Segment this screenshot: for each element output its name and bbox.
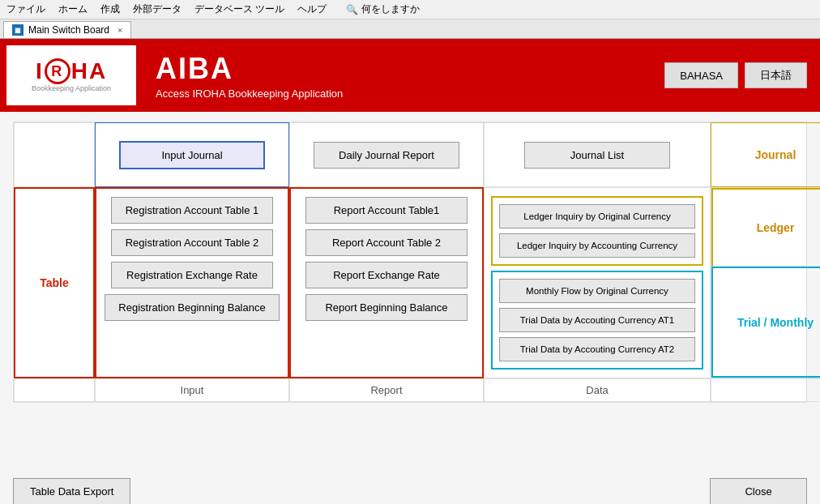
empty-bottom-right (711, 378, 820, 402)
logo-ha: HA (71, 58, 107, 84)
daily-journal-report-button[interactable]: Daily Journal Report (314, 142, 459, 169)
logo-i: I (36, 58, 44, 84)
ledger-original-currency-button[interactable]: Ledger Inquiry by Original Currency (499, 204, 695, 229)
logo-area: I R HA Bookkeeping Application (6, 45, 136, 105)
journal-section-label: Journal (755, 148, 797, 161)
menu-help[interactable]: ヘルプ (297, 2, 327, 16)
reg-account-table-1-button[interactable]: Registration Account Table 1 (111, 197, 273, 224)
app-subtitle: Access IROHA Bookkeeping Application (156, 88, 664, 100)
menu-db-tools[interactable]: データベース ツール (194, 2, 284, 16)
main-grid: Input Journal Daily Journal Report Journ… (13, 122, 807, 403)
logo-text: I R HA (36, 58, 107, 84)
input-col-label: Input (95, 378, 289, 402)
table-section-label: Table (40, 276, 69, 289)
report-label: Report (370, 384, 402, 396)
input-journal-cell: Input Journal (95, 122, 289, 187)
japanese-button[interactable]: 日本語 (745, 62, 807, 88)
logo-sub: Bookkeeping Application (32, 84, 111, 92)
main-switch-board-tab[interactable]: ▦ Main Switch Board × (3, 21, 131, 38)
data-cell: Ledger Inquiry by Original Currency Ledg… (484, 187, 711, 378)
bahasa-button[interactable]: BAHASA (664, 62, 738, 88)
report-cell: Report Account Table1 Report Account Tab… (289, 187, 484, 378)
ledger-label-cell: Ledger (711, 188, 820, 267)
input-journal-button[interactable]: Input Journal (119, 141, 265, 169)
trial-data-at2-button[interactable]: Trial Data by Accouting Currency AT2 (499, 337, 695, 361)
ledger-subsection: Ledger Inquiry by Original Currency Ledg… (491, 196, 703, 266)
reg-exchange-rate-button[interactable]: Registration Exchange Rate (111, 262, 273, 288)
header-title: AIBA Access IROHA Bookkeeping Applicatio… (143, 52, 664, 100)
input-label: Input (181, 384, 204, 396)
tabbar: ▦ Main Switch Board × (0, 19, 820, 39)
reg-beginning-balance-button[interactable]: Registration Beginning Balance (105, 294, 279, 321)
data-col-label: Data (484, 378, 711, 402)
ledger-accounting-currency-button[interactable]: Ledger Inquiry by Accounting Currency (499, 233, 695, 258)
trial-section-label: Trial / Monthly (737, 316, 814, 329)
journal-list-button[interactable]: Journal List (524, 142, 670, 169)
data-label: Data (586, 384, 608, 396)
tab-close-button[interactable]: × (117, 25, 122, 35)
tab-label: Main Switch Board (28, 24, 109, 36)
app-header: I R HA Bookkeeping Application AIBA Acce… (0, 39, 820, 112)
search-area: 🔍 何をしますか (346, 2, 420, 16)
logo-o: R (45, 58, 70, 84)
search-placeholder: 何をしますか (361, 2, 420, 16)
journal-list-cell: Journal List (484, 122, 711, 187)
ledger-section-label: Ledger (757, 221, 795, 234)
reg-account-table-2-button[interactable]: Registration Account Table 2 (111, 229, 273, 256)
close-button[interactable]: Close (710, 478, 807, 504)
menu-external[interactable]: 外部データ (133, 2, 182, 16)
trial-data-at1-button[interactable]: Trial Data by Accouting Currency AT1 (499, 308, 695, 332)
menubar: ファイル ホーム 作成 外部データ データベース ツール ヘルプ 🔍 何をします… (0, 0, 820, 19)
registration-cell: Registration Account Table 1 Registratio… (95, 187, 289, 378)
report-col-label: Report (289, 378, 484, 402)
tab-icon: ▦ (12, 24, 23, 36)
table-label-cell: Table (14, 187, 95, 378)
menu-file[interactable]: ファイル (6, 2, 45, 16)
app-name: AIBA (156, 52, 664, 86)
search-icon: 🔍 (346, 4, 358, 15)
main-content: Input Journal Daily Journal Report Journ… (0, 112, 820, 468)
menu-create[interactable]: 作成 (100, 2, 120, 16)
report-account-table1-button[interactable]: Report Account Table1 (305, 197, 468, 224)
report-exchange-rate-button[interactable]: Report Exchange Rate (305, 262, 468, 288)
empty-bottom-left (14, 378, 95, 402)
footer: Table Data Export Close (0, 468, 820, 504)
table-data-export-button[interactable]: Table Data Export (13, 478, 130, 504)
journal-label-cell: Journal (711, 122, 820, 187)
trial-subsection: Monthly Flow by Original Currency Trial … (491, 271, 703, 369)
empty-top-left (14, 122, 95, 187)
daily-journal-cell: Daily Journal Report (289, 122, 484, 187)
menu-home[interactable]: ホーム (58, 2, 88, 16)
header-buttons: BAHASA 日本語 (664, 62, 820, 88)
report-account-table2-button[interactable]: Report Account Table 2 (305, 229, 468, 256)
right-labels: Ledger Trial / Monthly (711, 187, 820, 378)
trial-label-cell: Trial / Monthly (711, 267, 820, 378)
report-beginning-balance-button[interactable]: Report Beginning Balance (305, 294, 468, 321)
monthly-flow-button[interactable]: Monthly Flow by Original Currency (499, 279, 695, 303)
